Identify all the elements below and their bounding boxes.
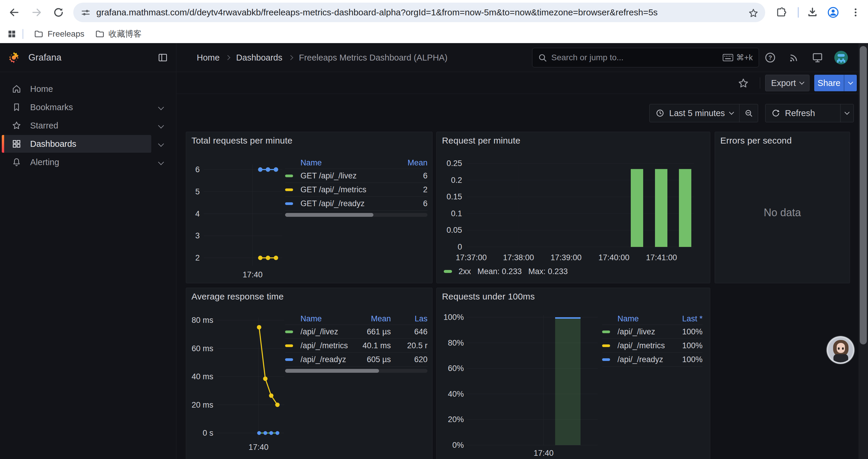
zoom-out-button[interactable] <box>740 104 758 122</box>
panel-request-per-minute: Request per minute 0.250.20.150.10.05017… <box>436 132 710 283</box>
legend-row[interactable]: /api/_/livez100% <box>602 325 703 339</box>
legend-scrollbar[interactable] <box>285 213 428 217</box>
star-icon <box>748 8 759 19</box>
legend-row[interactable]: GET /api/_/readyz6 <box>285 197 428 210</box>
series-swatch <box>602 358 617 361</box>
legend-row[interactable]: /api/_/metrics100% <box>602 339 703 353</box>
legend-row[interactable]: /api/_/metrics40.1 ms20.5 r <box>285 339 428 353</box>
toolbar-separator <box>798 7 799 18</box>
apps-button[interactable] <box>6 29 17 39</box>
svg-text:40 ms: 40 ms <box>191 372 213 381</box>
sidebar-item-starred[interactable]: Starred <box>0 117 176 135</box>
legend-row[interactable]: /api/_/livez661 µs646 <box>285 325 428 339</box>
bookmark-folder-blogs[interactable]: 收藏博客 <box>90 26 147 42</box>
breadcrumb-dashboards[interactable]: Dashboards <box>236 53 282 63</box>
svg-text:0%: 0% <box>452 441 464 450</box>
svg-text:2: 2 <box>195 254 200 262</box>
svg-text:17:40: 17:40 <box>243 270 262 279</box>
sidebar-item-bookmarks[interactable]: Bookmarks <box>0 98 176 117</box>
user-avatar[interactable] <box>834 51 848 64</box>
legend-col[interactable]: Las <box>391 314 428 323</box>
series-swatch <box>285 330 301 333</box>
legend-header: NameMeanLas <box>285 313 428 325</box>
collapse-sidebar-button[interactable] <box>157 52 168 63</box>
dashboard-main: Last 5 minutes Refresh Total requests pe… <box>177 94 868 459</box>
refresh-label: Refresh <box>785 108 815 118</box>
share-button[interactable]: Share <box>814 75 857 91</box>
avatar-body <box>833 354 848 362</box>
chevron-down-icon[interactable] <box>158 141 164 147</box>
legend-col-name[interactable]: Name <box>301 158 399 167</box>
legend-row[interactable]: /api/_/readyz605 µs620 <box>285 353 428 366</box>
series-swatch <box>285 358 301 361</box>
breadcrumb-home[interactable]: Home <box>197 53 219 63</box>
time-range-picker[interactable]: Last 5 minutes <box>650 104 739 122</box>
help-button[interactable]: ? <box>764 51 777 64</box>
refresh-interval-button[interactable] <box>840 104 854 122</box>
address-bar[interactable]: grafana.mathmast.com/d/deytv4rwavabkb/fr… <box>73 3 765 22</box>
floating-assistant-avatar[interactable] <box>827 336 855 364</box>
series-name[interactable]: /api/_/metrics <box>301 341 352 350</box>
series-name[interactable]: 2xx <box>459 267 471 276</box>
reload-button[interactable] <box>50 4 67 21</box>
bookmark-page-button[interactable] <box>747 7 760 20</box>
display-button[interactable] <box>811 51 824 64</box>
legend-row[interactable]: /api/_/readyz100% <box>602 353 703 366</box>
legend-scrollbar[interactable] <box>285 369 428 373</box>
back-button[interactable] <box>6 4 23 21</box>
bookmark-folder-freeleaps[interactable]: Freeleaps <box>29 27 90 41</box>
search-input[interactable]: Search or jump to... ⌘+k <box>532 48 759 67</box>
sidebar-menu: Home Bookmarks Starred Dashboards Alerti <box>0 72 176 171</box>
series-name[interactable]: /api/_/readyz <box>301 355 352 364</box>
series-name[interactable]: GET /api/_/metrics <box>301 185 399 194</box>
refresh-button[interactable]: Refresh <box>766 104 840 122</box>
favorite-dashboard-button[interactable] <box>737 77 750 90</box>
legend-col[interactable]: Last * <box>674 314 703 323</box>
legend-row[interactable]: GET /api/_/livez6 <box>285 169 428 183</box>
bookmark-label: 收藏博客 <box>109 28 142 40</box>
legend-col-name[interactable]: Name <box>301 314 352 323</box>
svg-text:17:37:00: 17:37:00 <box>456 253 487 262</box>
series-name[interactable]: GET /api/_/readyz <box>301 199 399 208</box>
series-name[interactable]: GET /api/_/livez <box>301 171 399 181</box>
export-button[interactable]: Export <box>765 75 809 91</box>
legend-header: NameLast * <box>602 313 703 325</box>
series-name[interactable]: /api/_/metrics <box>617 341 674 350</box>
browser-menu-button[interactable] <box>848 5 863 20</box>
reload-icon <box>53 7 64 18</box>
legend-table: NameLast */api/_/livez100%/api/_/metrics… <box>602 313 703 366</box>
share-main[interactable]: Share <box>814 75 844 91</box>
request-per-minute-chart[interactable]: 0.250.20.150.10.05017:37:0017:38:0017:39… <box>437 132 711 284</box>
chevron-down-icon[interactable] <box>158 159 164 165</box>
site-settings-icon[interactable] <box>80 7 91 18</box>
sidebar-item-home[interactable]: Home <box>0 80 176 98</box>
sidebar-item-alerting[interactable]: Alerting <box>0 153 176 171</box>
panel-title[interactable]: Errors per second <box>720 136 792 145</box>
share-menu-button[interactable] <box>844 75 857 91</box>
profile-icon <box>827 6 839 19</box>
legend-2xx[interactable]: 2xx Mean: 0.233 Max: 0.233 <box>444 266 568 277</box>
series-name[interactable]: /api/_/livez <box>617 327 674 336</box>
sidebar-item-dashboards[interactable]: Dashboards <box>0 135 176 153</box>
grafana-logo[interactable] <box>8 52 20 64</box>
panel-requests-under-100ms: Requests under 100ms 100%80%60%40%20%0%1… <box>436 288 710 459</box>
page-scrollbar-thumb[interactable] <box>860 46 867 345</box>
legend-col[interactable]: Mean <box>352 314 391 323</box>
downloads-button[interactable] <box>805 5 819 20</box>
chevron-down-icon[interactable] <box>158 123 164 129</box>
legend-col-name[interactable]: Name <box>617 314 674 323</box>
chevron-down-icon[interactable] <box>158 104 164 110</box>
series-name[interactable]: /api/_/livez <box>301 327 352 336</box>
help-icon: ? <box>764 52 776 64</box>
forward-button[interactable] <box>28 4 45 21</box>
series-name[interactable]: /api/_/readyz <box>617 355 674 364</box>
sidebar-active-highlight <box>2 135 151 153</box>
sidebar-item-label: Bookmarks <box>30 102 73 112</box>
news-button[interactable] <box>787 51 801 64</box>
legend-col[interactable]: Mean <box>399 158 428 167</box>
profile-button[interactable] <box>826 5 840 20</box>
legend-row[interactable]: GET /api/_/metrics2 <box>285 183 428 197</box>
svg-text:17:38:00: 17:38:00 <box>503 253 534 262</box>
extensions-button[interactable] <box>774 5 788 20</box>
series-swatch <box>602 330 617 333</box>
